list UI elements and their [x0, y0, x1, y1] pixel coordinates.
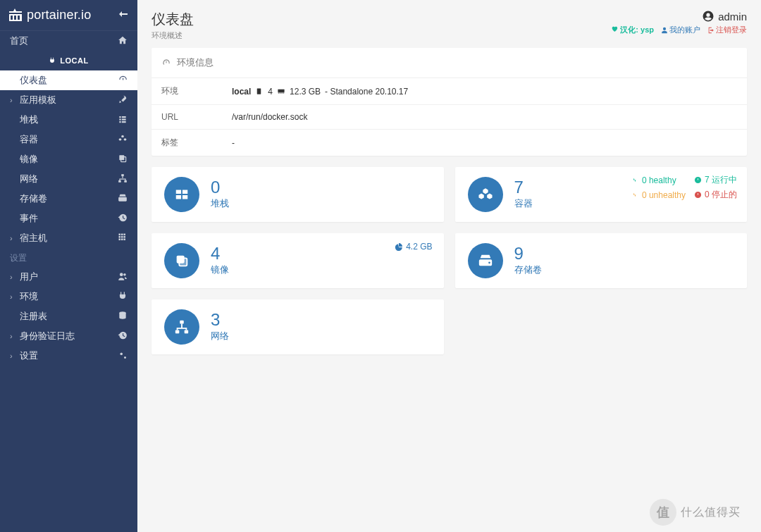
heart-icon [611, 25, 618, 32]
nav-section-local: LOCAL [0, 51, 137, 70]
dashboard-icon [118, 75, 128, 87]
images-total-size: 4.2 GB [395, 242, 432, 252]
nav-item-database[interactable]: 注册表 [0, 307, 137, 326]
svg-rect-13 [257, 88, 261, 94]
svg-rect-1 [14, 16, 16, 20]
page-header: 仪表盘 环境概述 admin 汉化: ysp 我的账户 [137, 0, 761, 48]
logout-link[interactable]: 注销登录 [707, 25, 747, 35]
card-volumes[interactable]: 9 存储卷 [455, 233, 748, 288]
env-info-panel: 环境信息 环境 local 4 12.3 GB - Standalone 20.… [151, 48, 747, 156]
env-row-environment: 环境 local 4 12.3 GB - Standalone 20.10.17 [151, 78, 747, 105]
container-status-badges: 0 healthy 7 运行中 0 unhealthy 0 停止的 [631, 174, 737, 201]
card-images[interactable]: 4 镜像 4.2 GB [151, 233, 444, 288]
history-icon [118, 330, 128, 342]
env-info-title: 环境信息 [177, 56, 214, 69]
sidebar-header: portainer.io [0, 0, 137, 31]
svg-rect-16 [179, 258, 187, 266]
chevron-right-icon: › [10, 292, 14, 301]
svg-rect-0 [11, 16, 13, 20]
username: admin [718, 11, 747, 23]
brand-logo[interactable]: portainer.io [7, 7, 91, 24]
sign-out-icon [707, 27, 714, 34]
history-icon [118, 213, 128, 225]
badge-stopped: 0 停止的 [694, 189, 737, 201]
page-subtitle: 环境概述 [151, 30, 194, 41]
svg-point-18 [488, 261, 490, 264]
plug-icon [118, 291, 128, 303]
sidebar-collapse-icon[interactable] [118, 10, 129, 20]
nav-item-list[interactable]: 堆栈 [0, 110, 137, 130]
svg-point-8 [120, 273, 123, 276]
user-circle-icon [702, 10, 714, 23]
sidebar: portainer.io 首页 LOCAL 仪表盘›应用模板堆栈容器镜像网络存储… [0, 0, 137, 532]
nav-item-rocket[interactable]: ›应用模板 [0, 90, 137, 110]
nav-settings-heading: 设置 [0, 248, 137, 267]
dashboard-icon [161, 58, 171, 68]
users-icon [118, 271, 128, 283]
stacks-icon [164, 177, 199, 212]
svg-rect-19 [180, 321, 184, 324]
card-containers[interactable]: 7 容器 0 healthy 7 运行中 0 unhealthy 0 停止的 [455, 167, 748, 222]
nav-item-th[interactable]: ›宿主机 [0, 228, 137, 248]
svg-point-12 [124, 357, 126, 359]
chevron-right-icon: › [10, 234, 14, 242]
images-icon [164, 243, 199, 278]
nav-item-cogs[interactable]: ›设置 [0, 346, 137, 366]
user-icon [661, 27, 668, 34]
nav-main: 首页 LOCAL [0, 31, 137, 70]
hdd-icon [118, 193, 128, 205]
env-row-url: URL /var/run/docker.sock [151, 105, 747, 130]
svg-rect-3 [119, 155, 124, 160]
svg-rect-7 [124, 180, 127, 182]
main-content: 仪表盘 环境概述 admin 汉化: ysp 我的账户 [137, 0, 761, 532]
my-account-link[interactable]: 我的账户 [661, 25, 700, 35]
clone-icon [118, 154, 128, 166]
plug-icon [49, 57, 56, 64]
card-networks[interactable]: 3 网络 [151, 299, 444, 354]
cogs-icon [118, 350, 128, 362]
database-icon [118, 311, 128, 323]
nav-item-cubes[interactable]: 容器 [0, 130, 137, 149]
memory-icon [277, 87, 285, 96]
portainer-icon [7, 7, 24, 24]
svg-rect-14 [278, 89, 284, 93]
cubes-icon [118, 134, 128, 146]
volumes-icon [468, 243, 503, 278]
watermark-icon: 值 [650, 499, 676, 526]
nav-item-history[interactable]: 事件 [0, 209, 137, 228]
nav-home[interactable]: 首页 [0, 31, 137, 51]
badge-unhealthy: 0 unhealthy [631, 189, 686, 201]
networks-icon [164, 309, 199, 345]
cpu-icon [255, 87, 264, 96]
svg-rect-2 [18, 16, 20, 20]
badge-healthy: 0 healthy [631, 174, 686, 186]
home-icon [118, 35, 128, 47]
badge-running: 7 运行中 [694, 174, 737, 186]
sitemap-icon [118, 173, 128, 185]
user-indicator: admin [611, 10, 747, 23]
chevron-right-icon: › [10, 352, 14, 360]
chevron-right-icon: › [10, 273, 14, 281]
nav-item-plug[interactable]: ›环境 [0, 287, 137, 307]
card-stacks[interactable]: 0 堆栈 [151, 167, 444, 222]
svg-rect-6 [118, 180, 121, 182]
svg-rect-5 [121, 174, 124, 176]
nav-item-sitemap[interactable]: 网络 [0, 169, 137, 189]
nav-item-clone[interactable]: 镜像 [0, 149, 137, 169]
nav-item-history[interactable]: ›身份验证日志 [0, 326, 137, 346]
chevron-right-icon: › [10, 332, 14, 340]
chevron-right-icon: › [10, 96, 14, 104]
nav-item-hdd[interactable]: 存储卷 [0, 189, 137, 209]
brand-text: portainer.io [27, 8, 91, 23]
nav-item-dashboard[interactable]: 仪表盘 [0, 70, 137, 90]
env-row-tags: 标签 - [151, 130, 747, 156]
translation-credit: 汉化: ysp [611, 25, 654, 35]
th-icon [118, 233, 128, 245]
nav-item-users[interactable]: ›用户 [0, 267, 137, 287]
svg-rect-21 [185, 330, 189, 334]
svg-rect-20 [175, 330, 180, 334]
svg-point-11 [120, 352, 123, 355]
pie-icon [395, 242, 403, 251]
page-title: 仪表盘 [151, 10, 194, 29]
nav-settings-items: ›用户›环境注册表›身份验证日志›设置 [0, 267, 137, 366]
